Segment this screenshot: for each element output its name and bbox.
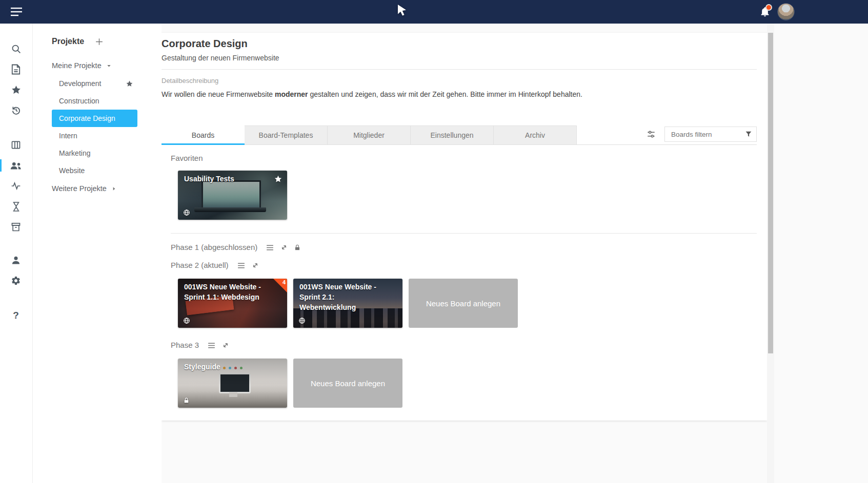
- favorites-star-icon[interactable]: [0, 79, 32, 100]
- team-icon[interactable]: [0, 155, 32, 176]
- profile-icon[interactable]: [0, 250, 32, 270]
- tab-boards[interactable]: Boards: [162, 125, 245, 144]
- archive-icon[interactable]: [0, 217, 32, 237]
- projects-header: Projekte: [52, 35, 162, 48]
- boards-filter-input[interactable]: [670, 130, 744, 139]
- search-icon[interactable]: [0, 38, 32, 59]
- group-label: Weitere Projekte: [52, 184, 107, 193]
- section-notes-icon[interactable]: [237, 261, 246, 270]
- project-item-intern[interactable]: Intern: [52, 127, 137, 144]
- tab-board-templates[interactable]: Board-Templates: [245, 125, 328, 144]
- board-sprint-2-1-webentwicklung[interactable]: 001WS Neue Website - Sprint 2.1: Webentw…: [293, 279, 402, 328]
- add-project-icon[interactable]: [94, 37, 104, 47]
- project-item-corporate-design[interactable]: Corporate Design: [52, 110, 137, 127]
- detail-description-label: Detailbeschreibung: [162, 77, 757, 85]
- tab-mitglieder[interactable]: Mitglieder: [328, 125, 411, 144]
- topbar-actions: [760, 0, 795, 24]
- lock-icon: [183, 397, 190, 404]
- project-group-meine-projekte[interactable]: Meine Projekte: [32, 58, 162, 73]
- history-icon[interactable]: [0, 100, 32, 120]
- vertical-scrollbar: [767, 24, 774, 483]
- section-phase-1: Phase 1 (abgeschlossen): [171, 242, 757, 253]
- globe-icon: [183, 209, 190, 216]
- view-options-icon[interactable]: [646, 130, 656, 139]
- tab-archiv[interactable]: Archiv: [494, 125, 577, 144]
- icon-rail: ?: [0, 24, 33, 483]
- board-title: Styleguide: [184, 362, 270, 372]
- project-group-weitere-projekte[interactable]: Weitere Projekte: [32, 181, 162, 196]
- settings-gear-icon[interactable]: [0, 270, 32, 291]
- section-phase-3: Phase 3: [171, 340, 757, 350]
- project-item-marketing[interactable]: Marketing: [52, 144, 137, 162]
- globe-icon: [183, 317, 190, 324]
- notification-badge: [765, 4, 772, 11]
- project-detail-card: Corporate Design Gestaltung der neuen Fi…: [162, 33, 767, 421]
- filter-controls: [646, 127, 757, 142]
- new-board-button[interactable]: Neues Board anlegen: [293, 359, 402, 408]
- menu-icon[interactable]: [11, 7, 22, 16]
- phase-2-board-row: 001WS Neue Website - Sprint 1.1: Webdesi…: [178, 279, 757, 328]
- divider: [171, 233, 757, 234]
- detail-description-text: Wir wollen die neue Firmenwebsite modern…: [162, 89, 757, 99]
- tabs-bar: Boards Board-Templates Mitglieder Einste…: [162, 125, 757, 145]
- project-item-construction[interactable]: Construction: [52, 92, 137, 110]
- section-lock-icon: [294, 244, 301, 251]
- board-sprint-1-1-webdesign[interactable]: 001WS Neue Website - Sprint 1.1: Webdesi…: [178, 279, 287, 328]
- tab-einstellungen[interactable]: Einstellungen: [411, 125, 494, 144]
- project-item-website[interactable]: Website: [52, 162, 137, 179]
- section-notes-icon[interactable]: [207, 341, 216, 350]
- new-board-button[interactable]: Neues Board anlegen: [409, 279, 518, 328]
- board-usability-tests[interactable]: Usability Tests: [178, 171, 287, 220]
- section-collapse-icon[interactable]: [221, 341, 230, 349]
- project-item-development[interactable]: Development: [52, 75, 137, 92]
- user-avatar[interactable]: [777, 3, 795, 20]
- section-favoriten: Favoriten: [171, 153, 757, 163]
- time-tracking-icon[interactable]: [0, 196, 32, 217]
- favoriten-board-row: Usability Tests: [178, 171, 757, 220]
- help-icon[interactable]: ?: [0, 305, 32, 326]
- chevron-down-icon: [106, 63, 112, 69]
- section-phase-2: Phase 2 (aktuell): [171, 260, 757, 270]
- boards-icon[interactable]: [0, 135, 32, 155]
- phase-3-board-row: Styleguide Neues Board anlegen: [178, 359, 757, 408]
- app-logo-icon: [395, 4, 408, 19]
- topbar: [0, 0, 868, 24]
- notifications-bell-icon[interactable]: [760, 6, 770, 17]
- board-styleguide[interactable]: Styleguide: [178, 359, 287, 408]
- project-list: Development Construction Corporate Desig…: [32, 75, 162, 179]
- section-notes-icon[interactable]: [266, 243, 274, 252]
- filter-funnel-icon[interactable]: [744, 130, 753, 138]
- activity-icon[interactable]: [0, 176, 32, 196]
- page-title: Corporate Design: [162, 37, 757, 50]
- group-label: Meine Projekte: [52, 61, 102, 70]
- boards-filter-field: [664, 127, 757, 142]
- notification-corner-badge: 4: [273, 279, 287, 292]
- section-expand-icon[interactable]: [280, 243, 288, 251]
- projects-title: Projekte: [52, 37, 84, 46]
- divider: [162, 69, 757, 70]
- page-subtitle: Gestaltung der neuen Firmenwebsite: [162, 53, 757, 63]
- board-favorite-star-icon[interactable]: [274, 175, 282, 183]
- board-title: Usability Tests: [184, 174, 270, 184]
- board-title: 001WS Neue Website - Sprint 2.1: Webentw…: [299, 282, 385, 312]
- globe-icon: [298, 317, 306, 324]
- projects-sidebar: Projekte Meine Projekte Development Cons…: [32, 24, 162, 483]
- scrollbar-thumb[interactable]: [768, 33, 773, 353]
- section-collapse-icon[interactable]: [251, 261, 259, 269]
- board-title: 001WS Neue Website - Sprint 1.1: Webdesi…: [184, 282, 270, 302]
- project-favorite-star-icon[interactable]: [126, 80, 133, 88]
- chevron-right-icon: [111, 186, 117, 192]
- document-icon[interactable]: [0, 59, 32, 79]
